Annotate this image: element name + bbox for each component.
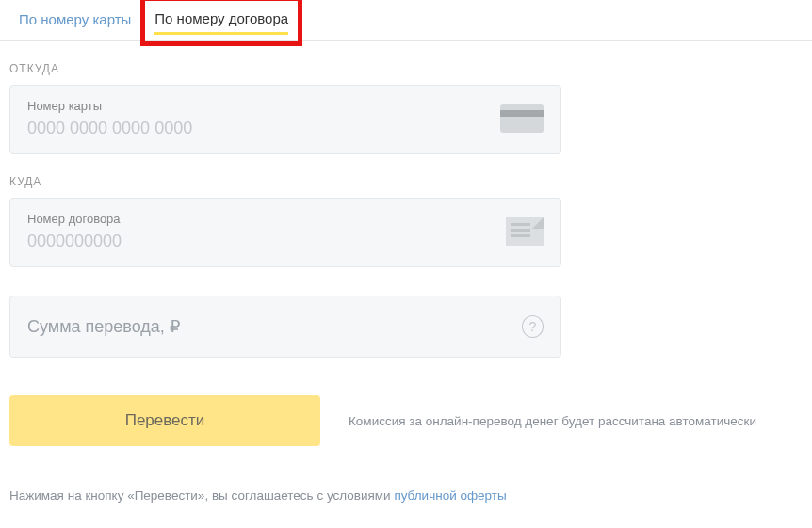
tab-by-contract-number-highlight: По номеру договора — [140, 0, 302, 46]
to-contract-input-container: Номер договора — [9, 198, 561, 267]
amount-input-container: ? — [9, 296, 561, 358]
from-card-number-input[interactable] — [27, 119, 500, 138]
action-row: Перевести Комиссия за онлайн-перевод ден… — [9, 395, 803, 446]
help-icon[interactable]: ? — [522, 315, 544, 338]
transfer-amount-input[interactable] — [27, 317, 522, 337]
public-offer-link[interactable]: публичной оферты — [394, 488, 506, 503]
from-card-label: Номер карты — [27, 99, 500, 113]
tabs-bar: По номеру карты По номеру договора — [0, 0, 812, 41]
document-icon — [506, 217, 544, 246]
to-section-label: КУДА — [9, 175, 812, 188]
to-contract-number-input[interactable] — [27, 232, 506, 251]
credit-card-icon — [500, 104, 544, 133]
tab-by-contract-number[interactable]: По номеру договора — [154, 5, 288, 35]
transfer-button[interactable]: Перевести — [9, 395, 320, 446]
disclaimer-text: Нажимая на кнопку «Перевести», вы соглаш… — [9, 488, 803, 503]
tab-by-card-number[interactable]: По номеру карты — [9, 0, 140, 40]
commission-info-text: Комиссия за онлайн-перевод денег будет р… — [349, 414, 803, 428]
disclaimer-prefix: Нажимая на кнопку «Перевести», вы соглаш… — [9, 488, 394, 503]
from-card-input-container: Номер карты — [9, 85, 561, 154]
from-section-label: ОТКУДА — [9, 62, 812, 75]
to-contract-label: Номер договора — [27, 212, 506, 226]
